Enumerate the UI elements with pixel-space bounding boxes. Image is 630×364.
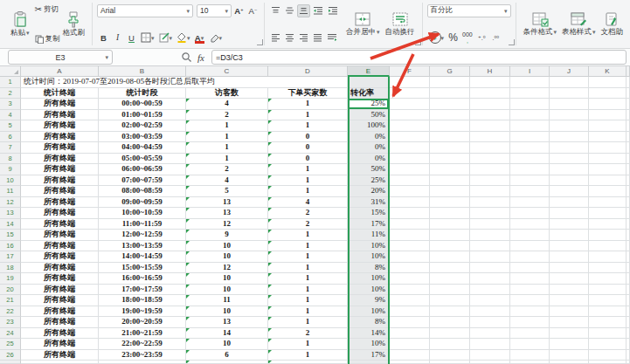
comma-format-button[interactable]: 000 , xyxy=(460,31,474,45)
cell-E23[interactable]: 8% xyxy=(348,317,390,328)
cell-B3[interactable]: 00:00~00:59 xyxy=(99,99,186,110)
currency-format-button[interactable]: ¥ ▾ xyxy=(427,31,447,45)
cell-B12[interactable]: 09:00~09:59 xyxy=(99,197,186,209)
cell-D8[interactable]: 0 xyxy=(268,154,348,165)
cell-G6[interactable] xyxy=(430,132,470,143)
cell-J22[interactable] xyxy=(550,306,589,318)
cell-C15[interactable]: 9 xyxy=(186,230,268,241)
row-header-22[interactable]: 22 xyxy=(0,306,21,318)
cell-C26[interactable]: 6 xyxy=(186,350,268,361)
bold-button[interactable]: B xyxy=(97,31,110,45)
row-header-25[interactable]: 25 xyxy=(0,339,21,350)
cell-J27[interactable] xyxy=(550,361,589,364)
cell-C19[interactable]: 10 xyxy=(186,273,268,285)
cell-I12[interactable] xyxy=(510,197,550,209)
wrap-text-button[interactable]: 自动换行 xyxy=(383,11,418,37)
cell-B20[interactable]: 17:00~17:59 xyxy=(99,285,186,296)
cell-L25[interactable] xyxy=(627,339,630,350)
cell-A2[interactable]: 统计终端 xyxy=(21,88,99,100)
col-header-B[interactable]: B xyxy=(99,66,186,77)
cell-F4[interactable] xyxy=(390,110,430,121)
cell-G5[interactable] xyxy=(430,120,470,132)
cell-I21[interactable] xyxy=(510,295,550,306)
cell-B26[interactable]: 23:00~23:59 xyxy=(99,350,186,361)
cell-L24[interactable] xyxy=(627,328,630,340)
format-painter-button[interactable]: 格式刷 xyxy=(60,10,88,38)
cell-J1[interactable] xyxy=(550,77,589,88)
cell-L14[interactable] xyxy=(627,219,630,230)
cell-A26[interactable]: 所有终端 xyxy=(21,350,99,361)
cell-F20[interactable] xyxy=(390,285,430,296)
row-header-16[interactable]: 16 xyxy=(0,241,21,252)
cell-B10[interactable]: 07:00~07:59 xyxy=(99,175,186,187)
cell-A8[interactable]: 所有终端 xyxy=(21,154,99,165)
copy-button[interactable]: 复制 xyxy=(35,34,60,45)
cell-A15[interactable]: 所有终端 xyxy=(21,230,99,241)
decrease-indent-button[interactable] xyxy=(311,4,325,17)
row-header-14[interactable]: 14 xyxy=(0,219,21,230)
cell-G8[interactable] xyxy=(430,154,470,165)
cell-I9[interactable] xyxy=(510,164,550,175)
col-header-I[interactable]: I xyxy=(510,66,550,77)
row-header-24[interactable]: 24 xyxy=(0,328,21,340)
col-header-G[interactable]: G xyxy=(430,66,470,77)
cell-E13[interactable]: 15% xyxy=(348,208,390,219)
cell-L13[interactable] xyxy=(627,208,630,219)
cell-B18[interactable]: 15:00~15:59 xyxy=(99,263,186,274)
cell-J5[interactable] xyxy=(550,120,589,132)
cell-B2[interactable]: 统计时段 xyxy=(99,88,186,100)
cell-H4[interactable] xyxy=(470,110,510,121)
col-header-J[interactable]: J xyxy=(550,66,589,77)
cell-D26[interactable]: 1 xyxy=(268,350,348,361)
row-header-19[interactable]: 19 xyxy=(0,273,21,285)
cell-B6[interactable]: 03:00~03:59 xyxy=(99,132,186,143)
col-header-E[interactable]: E xyxy=(348,66,390,77)
merge-center-button[interactable]: 合并居中▾ xyxy=(343,11,383,37)
cell-A4[interactable]: 所有终端 xyxy=(21,110,99,121)
cell-K14[interactable] xyxy=(589,219,627,230)
cell-I22[interactable] xyxy=(510,306,550,318)
fx-icon[interactable]: fx xyxy=(197,52,204,63)
col-header-K[interactable]: K xyxy=(589,66,627,77)
cell-E5[interactable]: 100% xyxy=(348,120,390,132)
align-bottom-button[interactable] xyxy=(297,4,310,17)
cell-E14[interactable]: 17% xyxy=(348,219,390,230)
cell-C16[interactable]: 10 xyxy=(186,241,268,252)
cell-B19[interactable]: 16:00~16:59 xyxy=(99,273,186,285)
cell-B11[interactable]: 08:00~08:59 xyxy=(99,186,186,197)
col-header-D[interactable]: D xyxy=(268,66,348,77)
cell-J11[interactable] xyxy=(550,186,589,197)
cell-K23[interactable] xyxy=(589,317,627,328)
cell-H17[interactable] xyxy=(470,251,510,263)
cell-B5[interactable]: 02:00~02:59 xyxy=(99,120,186,132)
cell-F9[interactable] xyxy=(390,164,430,175)
cell-L3[interactable] xyxy=(627,99,630,110)
cell-G16[interactable] xyxy=(430,241,470,252)
cell-E8[interactable]: 0% xyxy=(348,154,390,165)
cell-E25[interactable]: 10% xyxy=(348,339,390,350)
cell-K5[interactable] xyxy=(589,120,627,132)
cell-H26[interactable] xyxy=(470,350,510,361)
cell-F16[interactable] xyxy=(390,241,430,252)
cell-J15[interactable] xyxy=(550,230,589,241)
cell-F14[interactable] xyxy=(390,219,430,230)
cell-A5[interactable]: 所有终端 xyxy=(21,120,99,132)
decrease-font-button[interactable]: A⁻ xyxy=(246,4,260,17)
cell-K21[interactable] xyxy=(589,295,627,306)
cell-C4[interactable]: 2 xyxy=(186,110,268,121)
cell-K24[interactable] xyxy=(589,328,627,340)
cell-I7[interactable] xyxy=(510,142,550,154)
cell-I27[interactable] xyxy=(510,361,550,364)
cell-K15[interactable] xyxy=(589,230,627,241)
cell-I17[interactable] xyxy=(510,251,550,263)
row-header-2[interactable]: 2 xyxy=(0,88,21,100)
cell-G18[interactable] xyxy=(430,263,470,274)
cell-G11[interactable] xyxy=(430,186,470,197)
cell-J21[interactable] xyxy=(550,295,589,306)
cell-I2[interactable] xyxy=(510,88,550,100)
number-dialog-launcher-icon[interactable] xyxy=(509,39,515,45)
increase-font-button[interactable]: A⁺ xyxy=(232,4,246,17)
cell-F19[interactable] xyxy=(390,273,430,285)
cell-L22[interactable] xyxy=(627,306,630,318)
row-header-11[interactable]: 11 xyxy=(0,186,21,197)
